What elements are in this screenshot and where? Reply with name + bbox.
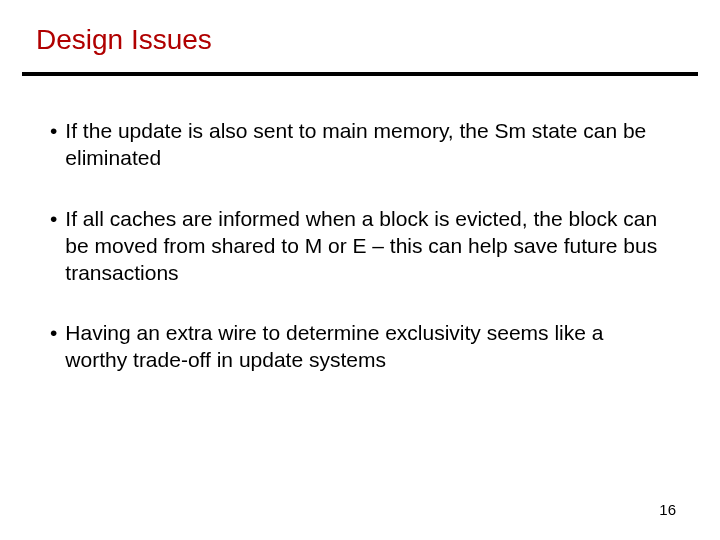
bullet-dot-icon: •: [50, 206, 57, 287]
slide: Design Issues • If the update is also se…: [0, 0, 720, 540]
slide-body: • If the update is also sent to main mem…: [50, 118, 660, 408]
bullet-item: • Having an extra wire to determine excl…: [50, 320, 660, 374]
bullet-dot-icon: •: [50, 320, 57, 374]
bullet-text: If the update is also sent to main memor…: [65, 118, 660, 172]
bullet-item: • If the update is also sent to main mem…: [50, 118, 660, 172]
bullet-dot-icon: •: [50, 118, 57, 172]
bullet-text: If all caches are informed when a block …: [65, 206, 660, 287]
page-number: 16: [659, 501, 676, 518]
bullet-item: • If all caches are informed when a bloc…: [50, 206, 660, 287]
title-underline: [22, 72, 698, 76]
slide-title: Design Issues: [36, 24, 212, 56]
bullet-text: Having an extra wire to determine exclus…: [65, 320, 660, 374]
